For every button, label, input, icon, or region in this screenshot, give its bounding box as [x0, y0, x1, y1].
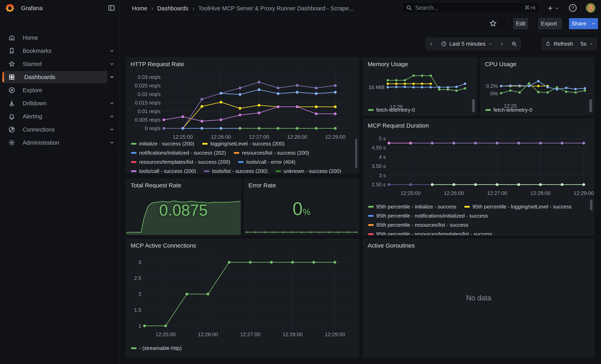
svg-text:12:26:00: 12:26:00 [444, 190, 464, 196]
panel-mcp-active-connections: MCP Active Connections 12:25:0012:26:001… [126, 239, 359, 357]
legend-scrollbar[interactable] [589, 99, 592, 112]
time-shift-back-button[interactable] [426, 38, 437, 50]
avatar[interactable] [586, 3, 595, 13]
legend-item[interactable]: fetch-telemetry-0 [485, 107, 532, 113]
legend-item[interactable]: resources/list - success (200) [234, 150, 309, 156]
legend-item[interactable]: unknown - success (200) [275, 168, 341, 174]
legend-item[interactable]: 95th percentile - resources/list - succe… [368, 222, 469, 228]
svg-text:12:25:00: 12:25:00 [173, 134, 193, 140]
divider [562, 3, 563, 13]
legend-label: initialize - success (200) [139, 141, 194, 147]
gear-icon [8, 139, 15, 146]
svg-text:12:27:00: 12:27:00 [240, 331, 260, 337]
panel-title[interactable]: Total Request Rate [130, 182, 181, 189]
chevron-down-icon[interactable] [109, 48, 114, 53]
legend-scrollbar[interactable] [355, 139, 357, 168]
legend-scrollbar[interactable] [472, 99, 475, 112]
add-button[interactable]: + [548, 4, 559, 13]
legend-item[interactable]: notifications/initialized - success (202… [131, 150, 226, 156]
sidebar-toggle-icon[interactable] [108, 4, 115, 12]
legend-item[interactable]: resources/templates/list - success (200) [131, 159, 230, 165]
breadcrumb-home[interactable]: Home [132, 5, 147, 12]
share-dropdown-button[interactable] [589, 18, 598, 29]
chevron-left-icon [429, 42, 434, 46]
sidebar-item-bookmarks[interactable]: Bookmarks [2, 45, 107, 57]
sidebar-item-alerting[interactable]: Alerting [2, 110, 107, 123]
refresh-interval-picker[interactable]: 5s [577, 38, 597, 50]
star-dashboard-button[interactable] [489, 20, 497, 27]
legend-swatch-icon [368, 233, 374, 235]
panel-title[interactable]: MCP Active Connections [130, 242, 196, 249]
panel-title[interactable]: Error Rate [249, 182, 276, 189]
sidebar-item-starred[interactable]: Starred [2, 58, 107, 70]
legend-label: fetch-telemetry-0 [493, 107, 532, 113]
bell-icon [8, 113, 15, 120]
legend-item[interactable]: tools/call - error (404) [238, 159, 295, 165]
svg-text:12:29:00: 12:29:00 [325, 134, 345, 140]
svg-text:0.02 req/s: 0.02 req/s [138, 91, 160, 97]
share-button[interactable]: Share [569, 18, 589, 29]
panel-memory-usage: Memory Usage 12:2516 MiB fetch-telemetry… [363, 58, 477, 115]
svg-text:0.025 req/s: 0.025 req/s [135, 83, 160, 89]
svg-text:0.2%: 0.2% [486, 83, 498, 89]
legend-item[interactable]: 95th percentile - resources/templates/li… [368, 231, 492, 236]
svg-text:4 s: 4 s [379, 154, 386, 160]
panel-title[interactable]: HTTP Request Rate [130, 61, 184, 68]
svg-text:0.01 req/s: 0.01 req/s [138, 108, 160, 114]
mcp-active-connections-chart[interactable]: 12:25:0012:26:0012:27:0012:28:0012:29:00… [126, 239, 359, 357]
chevron-down-icon[interactable] [109, 127, 114, 132]
connections-legend: - (streamable-http) [131, 345, 351, 354]
divider [534, 19, 534, 29]
plug-icon [8, 126, 15, 133]
legend-item[interactable]: fetch-telemetry-0 [368, 107, 415, 113]
legend-item[interactable]: tools/call - success (200) [131, 168, 196, 174]
sidebar-item-dashboards[interactable]: Dashboards [2, 71, 107, 83]
panel-title[interactable]: Active Goroutines [368, 242, 415, 249]
legend-item[interactable]: 95th percentile - initialize - success [368, 204, 456, 210]
chevron-down-icon[interactable] [109, 114, 114, 119]
refresh-button[interactable]: Refresh [541, 38, 577, 50]
sidebar-item-drilldown[interactable]: Drilldown [2, 97, 107, 109]
sidebar-item-home[interactable]: Home [2, 32, 107, 44]
clock-icon [441, 41, 447, 47]
legend-item[interactable]: logging/setLevel - success (200) [202, 141, 284, 147]
time-range-picker[interactable]: Last 5 minutes [437, 38, 496, 50]
legend-item[interactable]: 95th percentile - notifications/initiali… [368, 213, 488, 219]
legend-label: tools/call - success (200) [139, 168, 196, 174]
panel-error-rate: Error Rate 0% [244, 179, 359, 235]
svg-text:4.50 s: 4.50 s [372, 145, 386, 151]
legend-swatch-icon [204, 170, 210, 172]
time-shift-forward-button[interactable] [496, 38, 508, 50]
legend-item[interactable]: - (streamable-http) [131, 345, 182, 351]
zoom-out-button[interactable] [508, 38, 521, 50]
sidebar-item-administration[interactable]: Administration [2, 137, 107, 149]
legend-scrollbar[interactable] [590, 199, 592, 210]
chevron-down-icon[interactable] [109, 75, 114, 80]
edit-button[interactable]: Edit [513, 18, 528, 29]
legend-item[interactable]: 95th percentile - logging/setLevel - suc… [464, 204, 571, 210]
legend-item[interactable]: initialize - success (200) [131, 141, 194, 147]
svg-text:16 MiB: 16 MiB [369, 84, 385, 90]
panel-title[interactable]: Memory Usage [368, 61, 408, 68]
breadcrumb-dashboards[interactable]: Dashboards [157, 5, 188, 12]
breadcrumb-current-dashboard: ToolHive MCP Server & Proxy Runner Dashb… [198, 5, 354, 12]
legend-item[interactable]: tools/list - success (200) [204, 168, 268, 174]
chevron-down-icon[interactable] [109, 140, 114, 145]
sidebar-item-explore[interactable]: Explore [2, 84, 107, 96]
panel-total-request-rate: Total Request Rate 0.0875 [126, 179, 241, 235]
legend-label: - (streamable-http) [139, 345, 182, 351]
chevron-down-icon[interactable] [109, 101, 114, 106]
legend-label: notifications/initialized - success (202… [139, 150, 226, 156]
svg-text:0.03 req/s: 0.03 req/s [138, 74, 160, 80]
export-button[interactable]: Export [538, 18, 562, 29]
breadcrumb: Home › Dashboards › ToolHive MCP Server … [132, 5, 354, 12]
legend-swatch-icon [131, 347, 137, 349]
search-input[interactable]: Search... ⌘+k [402, 2, 540, 13]
chevron-down-icon[interactable] [109, 61, 114, 67]
drilldown-icon [8, 100, 15, 107]
chevron-right-icon [500, 42, 504, 46]
panel-title[interactable]: MCP Request Duration [368, 122, 429, 129]
panel-title[interactable]: CPU Usage [485, 61, 516, 68]
sidebar-item-connections[interactable]: Connections [2, 123, 107, 136]
help-button[interactable]: ? [568, 4, 577, 13]
